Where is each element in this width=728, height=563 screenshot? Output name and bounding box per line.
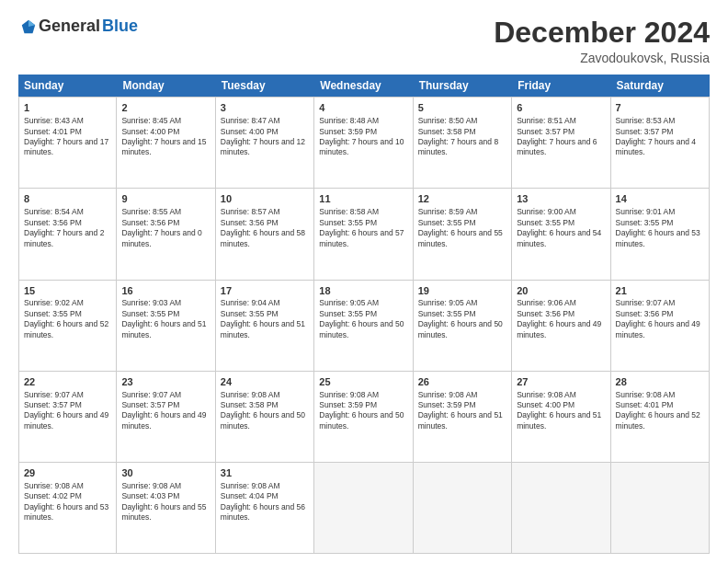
calendar-body: 1Sunrise: 8:43 AM Sunset: 4:01 PM Daylig… [18, 97, 710, 554]
day-number: 16 [121, 284, 210, 298]
cell-info: Sunrise: 9:08 AM Sunset: 3:59 PM Dayligh… [319, 390, 407, 432]
cell-info: Sunrise: 9:01 AM Sunset: 3:55 PM Dayligh… [616, 207, 704, 249]
cell-info: Sunrise: 8:55 AM Sunset: 3:56 PM Dayligh… [121, 207, 210, 249]
header-wednesday: Wednesday [314, 75, 413, 97]
cal-cell: 10Sunrise: 8:57 AM Sunset: 3:56 PM Dayli… [216, 189, 314, 279]
header: General Blue December 2024 Zavodoukovsk,… [18, 17, 710, 65]
cell-info: Sunrise: 8:54 AM Sunset: 3:56 PM Dayligh… [24, 207, 111, 249]
cal-cell: 12Sunrise: 8:59 AM Sunset: 3:55 PM Dayli… [414, 189, 512, 279]
cal-cell: 18Sunrise: 9:05 AM Sunset: 3:55 PM Dayli… [314, 281, 413, 371]
cal-cell: 26Sunrise: 9:08 AM Sunset: 3:59 PM Dayli… [414, 372, 512, 462]
cell-info: Sunrise: 8:53 AM Sunset: 3:57 PM Dayligh… [616, 116, 704, 158]
day-number: 5 [418, 101, 506, 115]
day-number: 7 [616, 101, 704, 115]
calendar: Sunday Monday Tuesday Wednesday Thursday… [18, 75, 710, 554]
cell-info: Sunrise: 9:06 AM Sunset: 3:56 PM Dayligh… [517, 298, 605, 340]
cal-cell: 17Sunrise: 9:04 AM Sunset: 3:55 PM Dayli… [216, 281, 314, 371]
cell-info: Sunrise: 9:04 AM Sunset: 3:55 PM Dayligh… [221, 298, 309, 340]
cell-info: Sunrise: 8:50 AM Sunset: 3:58 PM Dayligh… [418, 116, 506, 158]
cal-week-5: 29Sunrise: 9:08 AM Sunset: 4:02 PM Dayli… [18, 463, 710, 554]
cal-cell: 27Sunrise: 9:08 AM Sunset: 4:00 PM Dayli… [512, 372, 610, 462]
day-number: 8 [24, 192, 111, 206]
header-monday: Monday [117, 75, 215, 97]
location: Zavodoukovsk, Russia [494, 51, 710, 65]
cal-cell: 1Sunrise: 8:43 AM Sunset: 4:01 PM Daylig… [18, 98, 117, 188]
cell-info: Sunrise: 8:48 AM Sunset: 3:59 PM Dayligh… [319, 116, 407, 158]
cal-cell: 29Sunrise: 9:08 AM Sunset: 4:02 PM Dayli… [18, 463, 117, 553]
cal-cell: 9Sunrise: 8:55 AM Sunset: 3:56 PM Daylig… [117, 189, 215, 279]
cell-info: Sunrise: 9:08 AM Sunset: 4:02 PM Dayligh… [24, 481, 111, 523]
cal-cell: 28Sunrise: 9:08 AM Sunset: 4:01 PM Dayli… [611, 372, 710, 462]
day-number: 4 [319, 101, 407, 115]
cal-cell: 5Sunrise: 8:50 AM Sunset: 3:58 PM Daylig… [414, 98, 512, 188]
day-number: 17 [221, 284, 309, 298]
cell-info: Sunrise: 9:08 AM Sunset: 4:01 PM Dayligh… [616, 390, 704, 432]
cal-cell: 15Sunrise: 9:02 AM Sunset: 3:55 PM Dayli… [18, 281, 117, 371]
day-number: 10 [221, 192, 309, 206]
logo-text: General Blue [18, 17, 138, 36]
cell-info: Sunrise: 9:00 AM Sunset: 3:55 PM Dayligh… [517, 207, 605, 249]
cal-cell [512, 463, 610, 553]
cal-cell: 2Sunrise: 8:45 AM Sunset: 4:00 PM Daylig… [117, 98, 215, 188]
day-number: 2 [121, 101, 210, 115]
cal-cell: 16Sunrise: 9:03 AM Sunset: 3:55 PM Dayli… [117, 281, 215, 371]
cal-cell [414, 463, 512, 553]
day-number: 21 [616, 284, 704, 298]
cell-info: Sunrise: 9:08 AM Sunset: 4:00 PM Dayligh… [517, 390, 605, 432]
header-saturday: Saturday [611, 75, 710, 97]
cell-info: Sunrise: 8:45 AM Sunset: 4:00 PM Dayligh… [121, 116, 210, 158]
logo: General Blue [18, 17, 138, 36]
cell-info: Sunrise: 9:07 AM Sunset: 3:56 PM Dayligh… [616, 298, 704, 340]
day-number: 1 [24, 101, 111, 115]
day-number: 6 [517, 101, 605, 115]
page: General Blue December 2024 Zavodoukovsk,… [0, 0, 728, 563]
day-number: 30 [121, 466, 210, 480]
cal-cell: 14Sunrise: 9:01 AM Sunset: 3:55 PM Dayli… [611, 189, 710, 279]
cell-info: Sunrise: 9:08 AM Sunset: 4:03 PM Dayligh… [121, 481, 210, 523]
day-number: 20 [517, 284, 605, 298]
day-number: 3 [221, 101, 309, 115]
cal-cell: 3Sunrise: 8:47 AM Sunset: 4:00 PM Daylig… [216, 98, 314, 188]
cell-info: Sunrise: 9:07 AM Sunset: 3:57 PM Dayligh… [24, 390, 111, 432]
day-number: 9 [121, 192, 210, 206]
cell-info: Sunrise: 8:58 AM Sunset: 3:55 PM Dayligh… [319, 207, 407, 249]
cal-cell: 25Sunrise: 9:08 AM Sunset: 3:59 PM Dayli… [314, 372, 413, 462]
header-tuesday: Tuesday [216, 75, 314, 97]
header-sunday: Sunday [18, 75, 117, 97]
cal-cell: 23Sunrise: 9:07 AM Sunset: 3:57 PM Dayli… [117, 372, 215, 462]
day-number: 19 [418, 284, 506, 298]
cell-info: Sunrise: 9:05 AM Sunset: 3:55 PM Dayligh… [418, 298, 506, 340]
cell-info: Sunrise: 9:08 AM Sunset: 4:04 PM Dayligh… [221, 481, 309, 523]
day-number: 14 [616, 192, 704, 206]
cal-cell: 24Sunrise: 9:08 AM Sunset: 3:58 PM Dayli… [216, 372, 314, 462]
day-number: 26 [418, 375, 506, 389]
day-number: 12 [418, 192, 506, 206]
day-number: 23 [121, 375, 210, 389]
day-number: 27 [517, 375, 605, 389]
cal-cell: 6Sunrise: 8:51 AM Sunset: 3:57 PM Daylig… [512, 98, 610, 188]
day-number: 29 [24, 466, 111, 480]
cal-cell: 31Sunrise: 9:08 AM Sunset: 4:04 PM Dayli… [216, 463, 314, 553]
cal-cell [611, 463, 710, 553]
logo-general: General [39, 17, 100, 36]
cell-info: Sunrise: 9:02 AM Sunset: 3:55 PM Dayligh… [24, 298, 111, 340]
cal-cell: 11Sunrise: 8:58 AM Sunset: 3:55 PM Dayli… [314, 189, 413, 279]
cell-info: Sunrise: 9:03 AM Sunset: 3:55 PM Dayligh… [121, 298, 210, 340]
header-thursday: Thursday [414, 75, 512, 97]
cal-cell: 7Sunrise: 8:53 AM Sunset: 3:57 PM Daylig… [611, 98, 710, 188]
cal-cell: 4Sunrise: 8:48 AM Sunset: 3:59 PM Daylig… [314, 98, 413, 188]
day-number: 31 [221, 466, 309, 480]
cal-week-4: 22Sunrise: 9:07 AM Sunset: 3:57 PM Dayli… [18, 372, 710, 463]
logo-icon [20, 18, 37, 35]
cell-info: Sunrise: 9:08 AM Sunset: 3:59 PM Dayligh… [418, 390, 506, 432]
cal-cell: 13Sunrise: 9:00 AM Sunset: 3:55 PM Dayli… [512, 189, 610, 279]
cell-info: Sunrise: 9:05 AM Sunset: 3:55 PM Dayligh… [319, 298, 407, 340]
cell-info: Sunrise: 8:51 AM Sunset: 3:57 PM Dayligh… [517, 116, 605, 158]
calendar-header: Sunday Monday Tuesday Wednesday Thursday… [18, 75, 710, 97]
cal-week-1: 1Sunrise: 8:43 AM Sunset: 4:01 PM Daylig… [18, 97, 710, 189]
day-number: 13 [517, 192, 605, 206]
cell-info: Sunrise: 8:59 AM Sunset: 3:55 PM Dayligh… [418, 207, 506, 249]
header-friday: Friday [512, 75, 610, 97]
day-number: 28 [616, 375, 704, 389]
logo-blue: Blue [102, 17, 138, 36]
